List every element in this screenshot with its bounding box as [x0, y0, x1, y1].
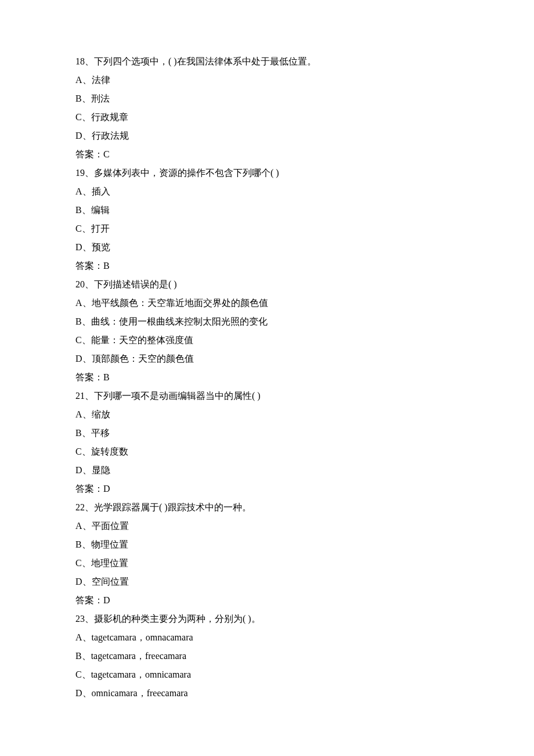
question-option: C、地理位置: [75, 554, 459, 573]
question-option: B、物理位置: [75, 535, 459, 554]
question-option: A、tagetcamara，omnacamara: [75, 628, 459, 647]
question-option: C、打开: [75, 219, 459, 238]
question-stem: 23、摄影机的种类主要分为两种，分别为( )。: [75, 610, 459, 628]
question-option: B、编辑: [75, 201, 459, 219]
question-option: C、行政规章: [75, 108, 459, 127]
question-option: A、地平线颜色：天空靠近地面交界处的颜色值: [75, 294, 459, 312]
question-answer: 答案：C: [75, 145, 459, 164]
question-option: B、tagetcamara，freecamara: [75, 647, 459, 665]
question-option: C、tagetcamara，omnicamara: [75, 665, 459, 684]
question-option: D、omnicamara，freecamara: [75, 684, 459, 703]
question-stem: 21、下列哪一项不是动画编辑器当中的属性( ): [75, 387, 459, 405]
question-option: D、显隐: [75, 461, 459, 480]
question-option: A、缩放: [75, 405, 459, 424]
question-option: B、平移: [75, 424, 459, 442]
question-stem: 18、下列四个选项中，( )在我国法律体系中处于最低位置。: [75, 52, 459, 71]
question-option: A、平面位置: [75, 517, 459, 535]
question-option: A、法律: [75, 71, 459, 89]
question-stem: 22、光学跟踪器属于( )跟踪技术中的一种。: [75, 498, 459, 517]
question-answer: 答案：D: [75, 480, 459, 498]
question-option: D、行政法规: [75, 127, 459, 145]
question-answer: 答案：B: [75, 368, 459, 387]
question-stem: 19、多媒体列表中，资源的操作不包含下列哪个( ): [75, 164, 459, 182]
question-option: D、空间位置: [75, 573, 459, 591]
question-option: B、曲线：使用一根曲线来控制太阳光照的变化: [75, 312, 459, 331]
question-option: D、预览: [75, 238, 459, 257]
question-option: A、插入: [75, 182, 459, 201]
document-page: 18、下列四个选项中，( )在我国法律体系中处于最低位置。 A、法律 B、刑法 …: [0, 0, 534, 756]
question-answer: 答案：B: [75, 257, 459, 275]
question-option: B、刑法: [75, 89, 459, 108]
question-answer: 答案：D: [75, 591, 459, 610]
question-stem: 20、下列描述错误的是( ): [75, 275, 459, 294]
question-option: C、旋转度数: [75, 442, 459, 461]
question-option: C、能量：天空的整体强度值: [75, 331, 459, 350]
question-option: D、顶部颜色：天空的颜色值: [75, 350, 459, 368]
